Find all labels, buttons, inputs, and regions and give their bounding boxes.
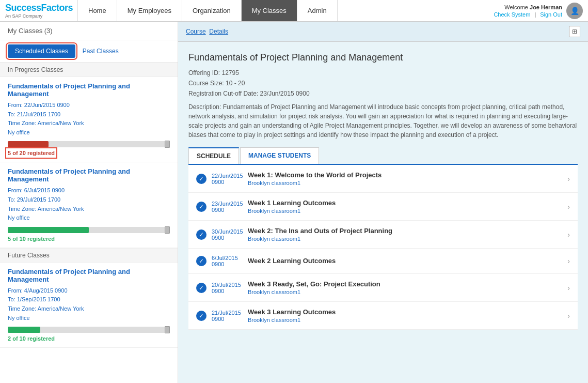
chevron-right-icon-3: › bbox=[567, 231, 570, 239]
expand-icon[interactable]: ⊞ bbox=[569, 26, 580, 37]
schedule-date-5: 20/Jul/2015 0900 bbox=[212, 282, 248, 294]
schedule-location-2: Brooklyn classroom1 bbox=[248, 208, 562, 214]
nav-tab-organization[interactable]: Organization bbox=[182, 0, 242, 21]
course-card-3-from: From: 4/Aug/2015 0900 bbox=[8, 286, 170, 296]
course-card-3-title[interactable]: Fundamentals of Project Planning and Man… bbox=[8, 268, 170, 283]
course-card-1[interactable]: Fundamentals of Project Planning and Man… bbox=[0, 77, 178, 162]
progress-bar-2 bbox=[8, 227, 170, 233]
course-card-2-from: From: 6/Jul/2015 0900 bbox=[8, 186, 170, 195]
schedule-row-1[interactable]: ✓ 22/Jun/2015 0900 Week 1: Welcome to th… bbox=[188, 165, 578, 193]
nav-tab-home[interactable]: Home bbox=[77, 0, 117, 21]
course-card-2[interactable]: Fundamentals of Project Planning and Man… bbox=[0, 162, 178, 248]
schedule-title-1: Week 1: Welcome to the World of Projects bbox=[248, 171, 562, 179]
nav-tab-my-classes[interactable]: My Classes bbox=[242, 0, 297, 21]
sign-out-link[interactable]: Sign Out bbox=[540, 11, 562, 18]
course-card-1-to: To: 21/Jul/2015 1700 bbox=[8, 110, 170, 119]
course-card-1-tz: Time Zone: America/New York bbox=[8, 119, 170, 128]
check-icon-1: ✓ bbox=[196, 174, 206, 184]
progress-fill-2 bbox=[8, 227, 89, 233]
sidebar-my-classes-label: My Classes (3) bbox=[0, 22, 178, 40]
course-card-3-loc: Ny office bbox=[8, 314, 170, 323]
schedule-title-2: Week 1 Learning Outcomes bbox=[248, 199, 562, 207]
course-label: Course bbox=[186, 28, 206, 35]
progress-bar-1 bbox=[8, 141, 170, 147]
check-icon-3: ✓ bbox=[196, 229, 206, 240]
check-icon-6: ✓ bbox=[196, 311, 206, 321]
check-icon-5: ✓ bbox=[196, 283, 206, 293]
sidebar: My Classes (3) Scheduled Classes Past Cl… bbox=[0, 22, 178, 383]
course-size: Course Size: 10 - 20 bbox=[188, 80, 578, 87]
schedule-location-1: Brooklyn classroom1 bbox=[248, 180, 562, 186]
future-classes-label: Future Classes bbox=[0, 248, 178, 263]
schedule-row-2[interactable]: ✓ 23/Jun/2015 0900 Week 1 Learning Outco… bbox=[188, 193, 578, 221]
schedule-info-6: Week 3 Learning Outcomes Brooklyn classr… bbox=[248, 308, 562, 323]
scheduled-classes-button[interactable]: Scheduled Classes bbox=[8, 44, 75, 58]
schedule-info-3: Week 2: The Ins and Outs of Project Plan… bbox=[248, 227, 562, 242]
course-card-2-loc: Ny office bbox=[8, 213, 170, 223]
schedule-location-5: Brooklyn classroom1 bbox=[248, 289, 562, 295]
cutoff-date: Registration Cut-off Date: 23/Jun/2015 0… bbox=[188, 90, 578, 97]
schedule-title-5: Week 3 Ready, Set, Go: Project Execution bbox=[248, 280, 562, 288]
check-system-link[interactable]: Check System bbox=[494, 11, 530, 18]
course-card-2-title[interactable]: Fundamentals of Project Planning and Man… bbox=[8, 167, 170, 183]
nav-tab-my-employees[interactable]: My Employees bbox=[117, 0, 182, 21]
tab-schedule[interactable]: SCHEDULE bbox=[188, 147, 239, 164]
chevron-right-icon-4: › bbox=[567, 257, 570, 265]
top-bar: SuccessFactors An SAP Company Home My Em… bbox=[0, 0, 588, 22]
schedule-date-6: 21/Jul/2015 0900 bbox=[212, 310, 248, 322]
schedule-date-4: 6/Jul/2015 0900 bbox=[212, 255, 248, 267]
schedule-row-5[interactable]: ✓ 20/Jul/2015 0900 Week 3 Ready, Set, Go… bbox=[188, 274, 578, 302]
course-description: Description: Fundamentals of Project Pla… bbox=[188, 102, 578, 140]
schedule-title-6: Week 3 Learning Outcomes bbox=[248, 308, 562, 316]
schedule-row-3[interactable]: ✓ 30/Jun/2015 0900 Week 2: The Ins and O… bbox=[188, 221, 578, 249]
welcome-text: Welcome Joe Herman bbox=[504, 4, 562, 10]
course-card-3[interactable]: Fundamentals of Project Planning and Man… bbox=[0, 263, 178, 348]
progress-handle-2 bbox=[165, 226, 170, 234]
course-card-2-to: To: 29/Jul/2015 1700 bbox=[8, 195, 170, 205]
schedule-info-4: Week 2 Learning Outcomes bbox=[248, 257, 562, 266]
check-icon-2: ✓ bbox=[196, 202, 206, 212]
schedule-date-3: 30/Jun/2015 0900 bbox=[212, 228, 248, 241]
chevron-right-icon-5: › bbox=[567, 284, 570, 292]
registered-text-1: 5 of 20 registered bbox=[8, 150, 55, 156]
chevron-right-icon-2: › bbox=[567, 203, 570, 211]
course-card-1-loc: Ny office bbox=[8, 128, 170, 137]
schedule-info-1: Week 1: Welcome to the World of Projects… bbox=[248, 171, 562, 186]
nav-tabs: Home My Employees Organization My Classe… bbox=[77, 0, 494, 21]
user-links: Welcome Joe Herman Check System | Sign O… bbox=[494, 4, 562, 18]
schedule-location-6: Brooklyn classroom1 bbox=[248, 317, 562, 323]
course-main: Fundamentals of Project Planning and Man… bbox=[178, 42, 588, 340]
user-area: Welcome Joe Herman Check System | Sign O… bbox=[494, 3, 583, 19]
progress-fill-3 bbox=[8, 327, 40, 333]
schedule-info-5: Week 3 Ready, Set, Go: Project Execution… bbox=[248, 280, 562, 295]
course-card-1-title[interactable]: Fundamentals of Project Planning and Man… bbox=[8, 82, 170, 98]
past-classes-button[interactable]: Past Classes bbox=[81, 44, 121, 58]
logo-text: SuccessFactors bbox=[5, 3, 77, 13]
in-progress-label: In Progress Classes bbox=[0, 63, 178, 77]
offering-id: Offering ID: 12795 bbox=[188, 69, 578, 76]
details-link[interactable]: Details bbox=[209, 28, 228, 35]
schedule-title-3: Week 2: The Ins and Outs of Project Plan… bbox=[248, 227, 562, 235]
user-name: Joe Herman bbox=[530, 4, 562, 10]
progress-handle-3 bbox=[165, 326, 170, 333]
schedule-content: ✓ 22/Jun/2015 0900 Week 1: Welcome to th… bbox=[188, 165, 578, 330]
schedule-row-4[interactable]: ✓ 6/Jul/2015 0900 Week 2 Learning Outcom… bbox=[188, 249, 578, 274]
course-card-1-from: From: 22/Jun/2015 0900 bbox=[8, 101, 170, 110]
course-detail-header: Course Details bbox=[186, 28, 228, 35]
course-card-3-tz: Time Zone: America/New York bbox=[8, 304, 170, 314]
registered-text-2: 5 of 10 registered bbox=[8, 236, 55, 242]
registered-text-3: 2 of 10 registered bbox=[8, 335, 55, 342]
content-header: Course Details ⊞ bbox=[178, 22, 588, 42]
tabs-row: SCHEDULE MANAGE STUDENTS bbox=[188, 147, 578, 165]
chevron-right-icon-1: › bbox=[567, 175, 570, 183]
avatar: 👤 bbox=[566, 3, 583, 19]
nav-tab-admin[interactable]: Admin bbox=[297, 0, 338, 21]
tab-manage-students[interactable]: MANAGE STUDENTS bbox=[240, 147, 319, 164]
schedule-location-3: Brooklyn classroom1 bbox=[248, 236, 562, 242]
schedule-row-6[interactable]: ✓ 21/Jul/2015 0900 Week 3 Learning Outco… bbox=[188, 302, 578, 330]
progress-fill-1 bbox=[8, 141, 49, 147]
course-card-2-tz: Time Zone: America/New York bbox=[8, 205, 170, 214]
content-area: Course Details ⊞ Fundamentals of Project… bbox=[178, 22, 588, 383]
schedule-title-4: Week 2 Learning Outcomes bbox=[248, 257, 562, 265]
course-card-3-to: To: 1/Sep/2015 1700 bbox=[8, 295, 170, 304]
